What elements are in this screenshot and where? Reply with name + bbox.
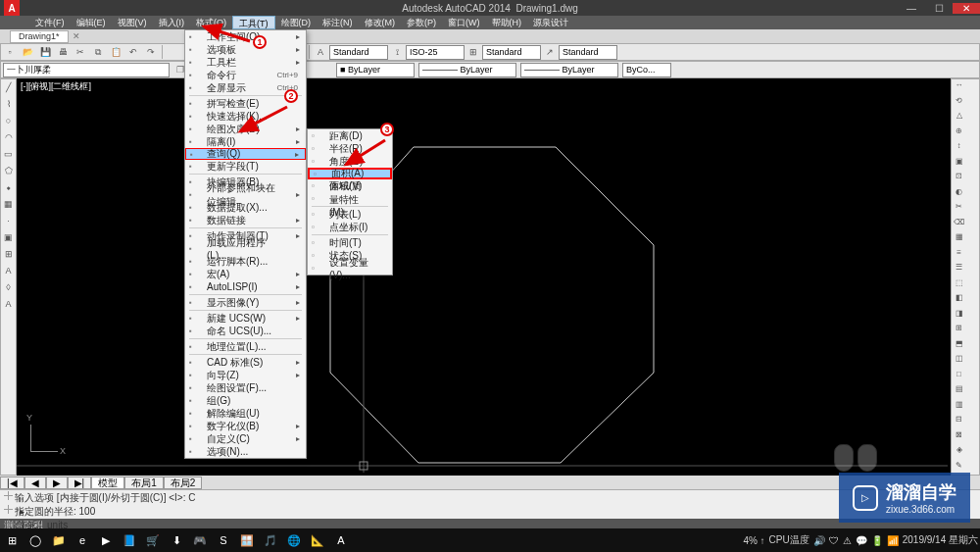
modify-tool-icon[interactable]: ◈ — [952, 445, 966, 459]
clock[interactable]: 2019/9/14 星期六 — [903, 533, 978, 547]
menu-item[interactable]: 绘图(D) — [275, 16, 318, 29]
menu-item[interactable]: ▪外部参照和块在位编辑▸ — [185, 188, 306, 201]
menu-item[interactable]: ▪工具栏▸ — [185, 56, 306, 69]
dim-icon[interactable]: ⟟ — [389, 44, 405, 60]
submenu-item[interactable]: ▫距离(D) — [308, 129, 392, 142]
modify-tool-icon[interactable]: ◧ — [952, 293, 966, 307]
modify-tool-icon[interactable]: ▤ — [952, 384, 966, 398]
modify-tool-icon[interactable]: ⌫ — [952, 218, 966, 231]
taskbar-item[interactable]: 🪟 — [235, 528, 259, 552]
lineweight-combo[interactable]: ———— ByLayer — [520, 63, 618, 77]
menu-item[interactable]: ▪数字化仪(B)▸ — [185, 420, 306, 432]
menu-item[interactable]: ▪绘图设置(F)... — [185, 381, 306, 394]
layer-combo[interactable]: 一卜川厚柔 — [3, 63, 170, 77]
text-icon[interactable]: A — [1, 264, 16, 278]
circle-icon[interactable]: ○ — [1, 114, 16, 128]
dim-style-combo[interactable]: ISO-25 — [406, 45, 465, 60]
menu-item[interactable]: ▪绘图次序(D)▸ — [185, 123, 306, 135]
taskbar-item[interactable]: 🎵 — [259, 528, 282, 552]
plotstyle-combo[interactable]: ByCo... — [622, 63, 671, 77]
menu-item[interactable]: ▪快速选择(K)... — [185, 110, 306, 123]
mleader-style-combo[interactable]: Standard — [559, 45, 617, 60]
drawing-canvas[interactable]: [-][俯视][二维线框] Y X — [17, 78, 951, 476]
submenu-item[interactable]: ▫列表(L) — [308, 208, 392, 221]
taskbar-item[interactable]: ◯ — [24, 528, 47, 552]
taskbar-item[interactable]: 📐 — [306, 528, 329, 552]
submenu-item[interactable]: ▫时间(T) — [308, 236, 392, 249]
modify-tool-icon[interactable]: ◨ — [952, 309, 966, 323]
modify-tool-icon[interactable]: ≡ — [952, 248, 966, 262]
rect-icon[interactable]: ▭ — [1, 147, 16, 162]
tray-icon[interactable]: 📶 — [887, 535, 899, 546]
menu-item[interactable]: 参数(P) — [401, 16, 442, 29]
modify-tool-icon[interactable]: △ — [952, 111, 966, 125]
minimize-button[interactable]: — — [898, 3, 925, 14]
tray-icon[interactable]: 🔋 — [871, 535, 883, 546]
document-tab[interactable]: Drawing1* — [10, 30, 69, 43]
maximize-button[interactable]: ☐ — [925, 3, 953, 14]
redo-icon[interactable]: ↷ — [143, 44, 159, 60]
nav-prev[interactable]: ◀ — [24, 477, 46, 489]
color-combo[interactable]: ■ ByLayer — [336, 63, 415, 77]
table-style-combo[interactable]: Standard — [482, 45, 541, 60]
ellipse-icon[interactable]: ⬥ — [1, 180, 16, 195]
menu-item[interactable]: 源泉设计 — [527, 16, 574, 29]
tray-icon[interactable]: ⚠ — [843, 535, 852, 546]
taskbar-item[interactable]: 🎮 — [188, 528, 212, 552]
menu-item[interactable]: 标注(N) — [317, 16, 359, 29]
taskbar-item[interactable]: 🛒 — [141, 528, 165, 552]
menu-item[interactable]: ▪查询(Q)▸ — [185, 148, 306, 160]
polygon-icon[interactable]: ⬠ — [1, 164, 16, 178]
tray-icon[interactable]: 🔊 — [813, 535, 825, 546]
modify-tool-icon[interactable]: □ — [952, 370, 966, 383]
menu-item[interactable]: 窗口(W) — [442, 16, 486, 29]
taskbar-item[interactable]: ▶ — [94, 528, 118, 552]
table-icon[interactable]: ⊞ — [1, 247, 16, 262]
menu-item[interactable]: 工具(T) — [232, 16, 275, 29]
submenu-item[interactable]: ▫面积(A) — [308, 168, 392, 179]
linetype-combo[interactable]: ———— ByLayer — [418, 63, 516, 77]
taskbar-item[interactable]: 📘 — [118, 528, 141, 552]
modify-tool-icon[interactable]: ⊞ — [952, 324, 966, 337]
menu-item[interactable]: ▪自定义(C)▸ — [185, 432, 306, 445]
menu-item[interactable]: ▪选项板▸ — [185, 43, 306, 56]
save-icon[interactable]: 💾 — [37, 44, 53, 60]
menu-item[interactable]: ▪隔离(I)▸ — [185, 135, 306, 148]
modify-tool-icon[interactable]: ⊠ — [952, 430, 966, 444]
menu-item[interactable]: ▪宏(A)▸ — [185, 268, 306, 280]
modify-tool-icon[interactable]: ▣ — [952, 157, 966, 171]
menu-item[interactable]: ▪地理位置(L)... — [185, 340, 306, 353]
submenu-item[interactable]: ▫半径(R) — [308, 142, 392, 155]
menu-item[interactable]: ▪工作空间(O)▸ — [185, 30, 306, 43]
menu-item[interactable]: 编辑(E) — [71, 16, 112, 29]
modify-tool-icon[interactable]: ⊡ — [952, 172, 966, 185]
taskbar-item[interactable]: A — [329, 528, 353, 552]
close-tab-icon[interactable]: ✕ — [73, 31, 80, 41]
arc-icon[interactable]: ◠ — [1, 130, 16, 145]
modify-tool-icon[interactable]: ⊟ — [952, 415, 966, 428]
menu-item[interactable]: ▪加载应用程序(L)... — [185, 242, 306, 255]
menu-item[interactable]: 格式(O) — [190, 16, 232, 29]
layout1-tab[interactable]: 布局1 — [124, 477, 164, 489]
tray-icon[interactable]: 🛡 — [829, 535, 839, 546]
command-window[interactable]: 输入选项 [内接于圆(I)/外切于圆(C)] <I>: C 指定圆的半径: 10… — [0, 489, 980, 519]
menu-item[interactable]: ▪命令行Ctrl+9 — [185, 69, 306, 81]
pline-icon[interactable]: ⌇ — [1, 97, 16, 112]
close-button[interactable]: ✕ — [953, 3, 980, 14]
open-icon[interactable]: 📂 — [20, 44, 35, 60]
standard-icon[interactable]: A — [313, 44, 328, 60]
menu-item[interactable]: 帮助(H) — [486, 16, 528, 29]
menu-item[interactable]: ▪运行脚本(R)... — [185, 255, 306, 268]
menu-item[interactable]: ▪解除编组(U) — [185, 407, 306, 420]
modify-tool-icon[interactable]: ⬒ — [952, 339, 966, 353]
modify-tool-icon[interactable]: ⬚ — [952, 278, 966, 292]
point-icon[interactable]: · — [1, 214, 16, 228]
modify-tool-icon[interactable]: ↔ — [952, 80, 966, 94]
menu-item[interactable]: ▪向导(Z)▸ — [185, 369, 306, 381]
mtext-icon[interactable]: A — [1, 297, 16, 312]
menu-item[interactable]: ▪选项(N)... — [185, 445, 306, 458]
menu-item[interactable]: ▪CAD 标准(S)▸ — [185, 356, 306, 369]
region-icon[interactable]: ◊ — [1, 280, 16, 295]
line-icon[interactable]: ╱ — [1, 80, 16, 95]
menu-item[interactable]: 文件(F) — [29, 16, 71, 29]
